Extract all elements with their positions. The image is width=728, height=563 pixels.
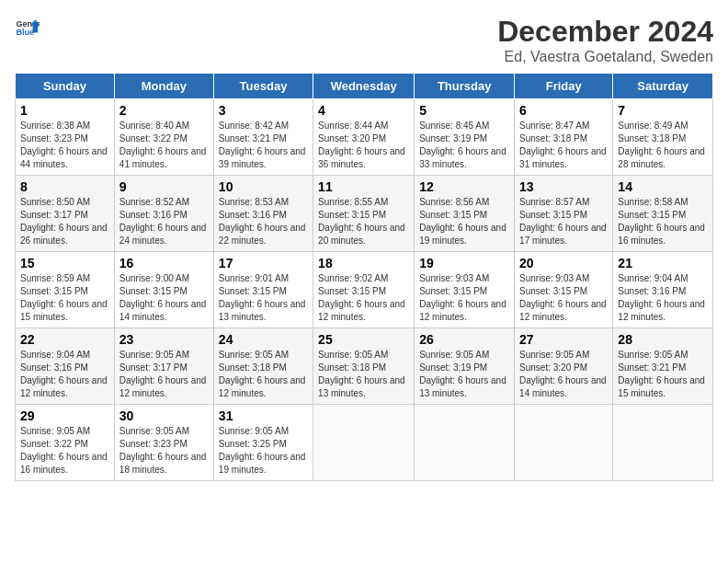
- calendar-cell: 27 Sunrise: 9:05 AMSunset: 3:20 PMDaylig…: [515, 328, 613, 405]
- calendar-cell: 19 Sunrise: 9:03 AMSunset: 3:15 PMDaylig…: [415, 252, 515, 328]
- day-info: Sunrise: 8:44 AMSunset: 3:20 PMDaylight:…: [318, 121, 405, 169]
- day-number: 5: [419, 103, 509, 118]
- day-number: 3: [219, 103, 308, 118]
- day-number: 2: [119, 103, 209, 118]
- day-number: 16: [119, 256, 209, 270]
- calendar-cell: 2 Sunrise: 8:40 AMSunset: 3:22 PMDayligh…: [114, 99, 213, 176]
- calendar-cell: [515, 405, 613, 481]
- logo-icon: General Blue: [15, 15, 40, 40]
- day-info: Sunrise: 9:05 AMSunset: 3:20 PMDaylight:…: [519, 350, 607, 398]
- day-info: Sunrise: 9:03 AMSunset: 3:15 PMDaylight:…: [419, 273, 506, 322]
- day-number: 24: [219, 332, 308, 347]
- calendar-cell: 6 Sunrise: 8:47 AMSunset: 3:18 PMDayligh…: [515, 99, 613, 176]
- calendar-cell: 20 Sunrise: 9:03 AMSunset: 3:15 PMDaylig…: [515, 252, 613, 328]
- calendar-cell: 9 Sunrise: 8:52 AMSunset: 3:16 PMDayligh…: [114, 176, 213, 252]
- header-day: Sunday: [16, 74, 115, 99]
- day-info: Sunrise: 9:05 AMSunset: 3:21 PMDaylight:…: [618, 350, 705, 398]
- day-info: Sunrise: 9:02 AMSunset: 3:15 PMDaylight:…: [318, 273, 405, 322]
- calendar-cell: 28 Sunrise: 9:05 AMSunset: 3:21 PMDaylig…: [613, 328, 713, 405]
- day-info: Sunrise: 8:59 AMSunset: 3:15 PMDaylight:…: [20, 273, 108, 322]
- calendar-cell: 3 Sunrise: 8:42 AMSunset: 3:21 PMDayligh…: [213, 99, 313, 176]
- calendar-cell: 23 Sunrise: 9:05 AMSunset: 3:17 PMDaylig…: [114, 328, 213, 405]
- day-number: 12: [419, 179, 509, 194]
- calendar-cell: 22 Sunrise: 9:04 AMSunset: 3:16 PMDaylig…: [16, 328, 115, 405]
- calendar-week-row: 8 Sunrise: 8:50 AMSunset: 3:17 PMDayligh…: [16, 176, 713, 252]
- day-number: 14: [618, 179, 708, 194]
- day-info: Sunrise: 8:58 AMSunset: 3:15 PMDaylight:…: [618, 197, 705, 246]
- calendar-cell: 26 Sunrise: 9:05 AMSunset: 3:19 PMDaylig…: [415, 328, 515, 405]
- calendar-cell: 21 Sunrise: 9:04 AMSunset: 3:16 PMDaylig…: [613, 252, 713, 328]
- day-info: Sunrise: 8:57 AMSunset: 3:15 PMDaylight:…: [519, 197, 607, 246]
- calendar-week-row: 15 Sunrise: 8:59 AMSunset: 3:15 PMDaylig…: [16, 252, 713, 328]
- calendar-table: SundayMondayTuesdayWednesdayThursdayFrid…: [15, 73, 713, 481]
- day-number: 26: [419, 332, 509, 347]
- day-number: 30: [119, 408, 209, 423]
- calendar-cell: 16 Sunrise: 9:00 AMSunset: 3:15 PMDaylig…: [114, 252, 213, 328]
- day-info: Sunrise: 9:05 AMSunset: 3:17 PMDaylight:…: [119, 350, 207, 398]
- day-number: 27: [519, 332, 608, 347]
- calendar-cell: 13 Sunrise: 8:57 AMSunset: 3:15 PMDaylig…: [515, 176, 613, 252]
- day-number: 31: [219, 408, 308, 423]
- day-info: Sunrise: 9:00 AMSunset: 3:15 PMDaylight:…: [119, 273, 207, 322]
- calendar-cell: [415, 405, 515, 481]
- day-number: 23: [119, 332, 209, 347]
- calendar-cell: 11 Sunrise: 8:55 AMSunset: 3:15 PMDaylig…: [313, 176, 415, 252]
- calendar-cell: 7 Sunrise: 8:49 AMSunset: 3:18 PMDayligh…: [613, 99, 713, 176]
- day-info: Sunrise: 8:40 AMSunset: 3:22 PMDaylight:…: [119, 121, 207, 169]
- day-info: Sunrise: 8:47 AMSunset: 3:18 PMDaylight:…: [519, 121, 607, 169]
- day-info: Sunrise: 8:50 AMSunset: 3:17 PMDaylight:…: [20, 197, 108, 246]
- calendar-cell: [313, 405, 415, 481]
- day-number: 10: [219, 179, 308, 194]
- day-info: Sunrise: 9:04 AMSunset: 3:16 PMDaylight:…: [618, 273, 705, 322]
- day-number: 6: [519, 103, 608, 118]
- calendar-cell: 29 Sunrise: 9:05 AMSunset: 3:22 PMDaylig…: [16, 405, 115, 481]
- day-number: 21: [618, 256, 708, 270]
- calendar-cell: 30 Sunrise: 9:05 AMSunset: 3:23 PMDaylig…: [114, 405, 213, 481]
- main-title: December 2024: [497, 15, 713, 49]
- header-day: Saturday: [613, 74, 713, 99]
- day-number: 7: [618, 103, 708, 118]
- calendar-cell: 4 Sunrise: 8:44 AMSunset: 3:20 PMDayligh…: [313, 99, 415, 176]
- day-number: 20: [519, 256, 608, 270]
- calendar-cell: 18 Sunrise: 9:02 AMSunset: 3:15 PMDaylig…: [313, 252, 415, 328]
- day-number: 11: [318, 179, 409, 194]
- day-number: 19: [419, 256, 509, 270]
- calendar-cell: 31 Sunrise: 9:05 AMSunset: 3:25 PMDaylig…: [213, 405, 313, 481]
- logo: General Blue: [15, 15, 40, 40]
- day-info: Sunrise: 8:52 AMSunset: 3:16 PMDaylight:…: [119, 197, 207, 246]
- header-day: Friday: [515, 74, 613, 99]
- calendar-cell: 8 Sunrise: 8:50 AMSunset: 3:17 PMDayligh…: [16, 176, 115, 252]
- day-info: Sunrise: 8:42 AMSunset: 3:21 PMDaylight:…: [219, 121, 306, 169]
- day-info: Sunrise: 9:03 AMSunset: 3:15 PMDaylight:…: [519, 273, 607, 322]
- day-number: 9: [119, 179, 209, 194]
- calendar-cell: 14 Sunrise: 8:58 AMSunset: 3:15 PMDaylig…: [613, 176, 713, 252]
- day-number: 4: [318, 103, 409, 118]
- day-number: 29: [20, 408, 109, 423]
- day-info: Sunrise: 9:05 AMSunset: 3:18 PMDaylight:…: [318, 350, 405, 398]
- calendar-cell: 12 Sunrise: 8:56 AMSunset: 3:15 PMDaylig…: [415, 176, 515, 252]
- day-info: Sunrise: 8:49 AMSunset: 3:18 PMDaylight:…: [618, 121, 705, 169]
- calendar-cell: 25 Sunrise: 9:05 AMSunset: 3:18 PMDaylig…: [313, 328, 415, 405]
- day-info: Sunrise: 9:05 AMSunset: 3:18 PMDaylight:…: [219, 350, 306, 398]
- day-info: Sunrise: 8:56 AMSunset: 3:15 PMDaylight:…: [419, 197, 506, 246]
- day-info: Sunrise: 8:55 AMSunset: 3:15 PMDaylight:…: [318, 197, 405, 246]
- calendar-cell: 10 Sunrise: 8:53 AMSunset: 3:16 PMDaylig…: [213, 176, 313, 252]
- day-number: 22: [20, 332, 109, 347]
- day-info: Sunrise: 9:05 AMSunset: 3:22 PMDaylight:…: [20, 426, 108, 475]
- svg-text:Blue: Blue: [16, 28, 34, 37]
- day-info: Sunrise: 9:04 AMSunset: 3:16 PMDaylight:…: [20, 350, 108, 398]
- calendar-cell: 5 Sunrise: 8:45 AMSunset: 3:19 PMDayligh…: [415, 99, 515, 176]
- title-area: December 2024 Ed, Vaestra Goetaland, Swe…: [497, 15, 713, 65]
- header: General Blue December 2024 Ed, Vaestra G…: [15, 15, 713, 65]
- header-day: Thursday: [415, 74, 515, 99]
- header-row: SundayMondayTuesdayWednesdayThursdayFrid…: [16, 74, 713, 99]
- day-number: 1: [20, 103, 109, 118]
- day-number: 17: [219, 256, 308, 270]
- day-number: 15: [20, 256, 109, 270]
- day-info: Sunrise: 8:38 AMSunset: 3:23 PMDaylight:…: [20, 121, 108, 169]
- day-number: 28: [618, 332, 708, 347]
- day-info: Sunrise: 9:05 AMSunset: 3:19 PMDaylight:…: [419, 350, 506, 398]
- calendar-week-row: 22 Sunrise: 9:04 AMSunset: 3:16 PMDaylig…: [16, 328, 713, 405]
- header-day: Tuesday: [213, 74, 313, 99]
- day-number: 8: [20, 179, 109, 194]
